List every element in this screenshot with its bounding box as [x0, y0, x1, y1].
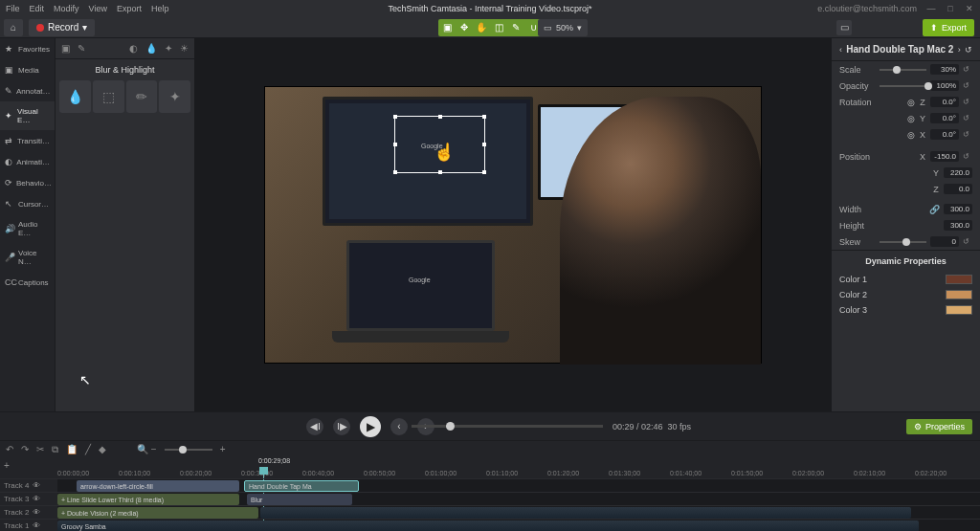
position-x[interactable]: -150.0 — [930, 151, 959, 162]
rotate-dial-icon[interactable]: ◎ — [907, 98, 915, 107]
menu-file[interactable]: File — [6, 4, 20, 13]
position-y[interactable]: 220.0 — [944, 167, 972, 178]
subtab-4[interactable]: 💧 — [145, 43, 157, 54]
timeline-clip[interactable]: Blur — [247, 494, 352, 505]
reset-icon[interactable]: ↺ — [963, 130, 972, 139]
lock-icon[interactable]: 🔗 — [929, 205, 940, 214]
subtab-6[interactable]: ☀ — [180, 43, 189, 54]
rotate-dial-icon[interactable]: ◎ — [907, 114, 915, 123]
handle-tm[interactable] — [438, 115, 442, 119]
reset-icon[interactable]: ↺ — [963, 237, 972, 246]
width-value[interactable]: 300.0 — [944, 204, 972, 214]
selection-box[interactable]: ☝ — [394, 116, 485, 173]
handle-bl[interactable] — [393, 170, 397, 174]
step-back-button[interactable]: ‹ — [390, 418, 408, 435]
canvas[interactable]: Google ☝ Google — [194, 38, 832, 411]
scale-slider[interactable] — [880, 69, 926, 71]
handle-br[interactable] — [482, 170, 486, 174]
handle-tl[interactable] — [393, 115, 397, 119]
reset-icon[interactable]: ↺ — [963, 114, 972, 122]
tab-transitions[interactable]: ⇄Transiti… — [0, 130, 55, 151]
track-row[interactable]: arrow-down-left-circle-fillHand Double T… — [57, 478, 980, 492]
window-close[interactable]: ✕ — [965, 4, 974, 13]
tab-media[interactable]: ▣Media — [0, 59, 55, 80]
timeline-clip[interactable]: arrow-down-left-circle-fill — [77, 480, 239, 492]
paste-button[interactable]: 📋 — [66, 444, 78, 454]
track-label-2[interactable]: Track 2👁 — [0, 505, 57, 519]
tab-annotations[interactable]: ✎Annotat… — [0, 80, 55, 101]
tab-voice[interactable]: 🎤Voice N… — [0, 243, 55, 272]
reset-icon[interactable]: ↺ — [963, 98, 972, 106]
effect-highlight[interactable]: ⬚ — [93, 80, 124, 113]
back-icon[interactable]: ‹ — [839, 45, 842, 55]
timeline-clip[interactable]: + Double Vision (2 media) — [57, 507, 258, 519]
rotate-dial-icon[interactable]: ◎ — [907, 130, 915, 140]
handle-bm[interactable] — [438, 170, 442, 174]
timeline-clip[interactable]: + Line Slide Lower Third (8 media) — [57, 494, 239, 505]
next-frame-button[interactable]: Ⅰ▶ — [333, 418, 350, 435]
color-swatch-3[interactable] — [946, 305, 972, 315]
skew-value[interactable]: 0 — [930, 236, 959, 247]
track-row[interactable]: + Double Vision (2 media) — [57, 505, 980, 519]
eye-icon[interactable]: 👁 — [33, 521, 40, 530]
reset-all-icon[interactable]: ↺ — [965, 45, 972, 55]
cut-button[interactable]: ✂ — [36, 444, 44, 454]
zoom-control[interactable]: ▭50%▾ — [538, 19, 588, 36]
split-button[interactable]: ╱ — [85, 444, 91, 454]
reset-icon[interactable]: ↺ — [963, 152, 972, 161]
rotation-y[interactable]: 0.0° — [930, 113, 959, 123]
scale-value[interactable]: 30% — [930, 64, 959, 75]
track-row[interactable]: + Line Slide Lower Third (8 media)Blur — [57, 492, 980, 505]
zoom-out-icon[interactable]: 🔍 − — [137, 444, 157, 454]
marker-button[interactable]: ◆ — [99, 444, 106, 454]
reset-icon[interactable]: ↺ — [963, 65, 972, 74]
tab-behaviors[interactable]: ⟳Behavio… — [0, 172, 55, 193]
pan-tool[interactable]: ✋ — [473, 19, 490, 36]
reset-icon[interactable]: ↺ — [963, 81, 972, 90]
zoom-in-icon[interactable]: + — [220, 444, 226, 454]
height-value[interactable]: 300.0 — [944, 220, 972, 231]
effect-blur[interactable]: 💧 — [59, 80, 91, 113]
home-button[interactable]: ⌂ — [4, 19, 23, 36]
tab-visual-effects[interactable]: ✦Visual E… — [0, 101, 55, 130]
detach-canvas-button[interactable]: ▭ — [836, 20, 852, 35]
comment-tool[interactable]: ✎ — [507, 19, 524, 36]
eye-icon[interactable]: 👁 — [33, 508, 40, 517]
track-label-1[interactable]: Track 1👁 — [0, 519, 57, 531]
color-swatch-2[interactable] — [946, 290, 972, 299]
skew-slider[interactable] — [880, 241, 926, 243]
color-swatch-1[interactable] — [946, 275, 972, 284]
window-minimize[interactable]: — — [926, 4, 936, 13]
select-tool[interactable]: ▣ — [438, 19, 456, 36]
crop-tool[interactable]: ◫ — [490, 19, 507, 36]
opacity-slider[interactable] — [880, 85, 926, 87]
menu-edit[interactable]: Edit — [30, 4, 45, 13]
undo-button[interactable]: ↶ — [6, 444, 13, 454]
properties-button[interactable]: ⚙Properties — [906, 419, 972, 434]
handle-ml[interactable] — [393, 143, 397, 146]
prev-frame-button[interactable]: ◀Ⅰ — [306, 418, 323, 435]
tab-cursor[interactable]: ↖Cursor… — [0, 193, 55, 214]
subtab-3[interactable]: ◐ — [129, 43, 138, 54]
menu-help[interactable]: Help — [151, 4, 169, 13]
redo-button[interactable]: ↷ — [21, 444, 29, 454]
export-button[interactable]: ⬆Export — [923, 19, 974, 36]
record-button[interactable]: Record▾ — [29, 19, 95, 36]
tab-animations[interactable]: ◐Animati… — [0, 151, 55, 172]
opacity-value[interactable]: 100% — [930, 80, 959, 91]
eye-icon[interactable]: 👁 — [33, 495, 40, 503]
rotation-z[interactable]: 0.0° — [930, 97, 959, 107]
timeline-clip[interactable]: Hand Double Tap Ma — [244, 480, 359, 492]
copy-button[interactable]: ⧉ — [52, 444, 58, 455]
effect-interactive[interactable]: ✦ — [159, 80, 190, 113]
handle-mr[interactable] — [482, 143, 486, 146]
track-row[interactable]: Groovy Samba — [57, 519, 980, 531]
rotation-x[interactable]: 0.0° — [930, 129, 959, 140]
scrubber[interactable] — [412, 425, 603, 428]
tab-favorites[interactable]: ★Favorites — [0, 38, 55, 59]
subtab-1[interactable]: ▣ — [61, 43, 70, 54]
chevron-right-icon[interactable]: › — [958, 45, 961, 55]
tab-audio-effects[interactable]: 🔊Audio E… — [0, 214, 55, 243]
position-z[interactable]: 0.0 — [944, 184, 972, 194]
tab-captions[interactable]: CCCaptions — [0, 272, 55, 293]
